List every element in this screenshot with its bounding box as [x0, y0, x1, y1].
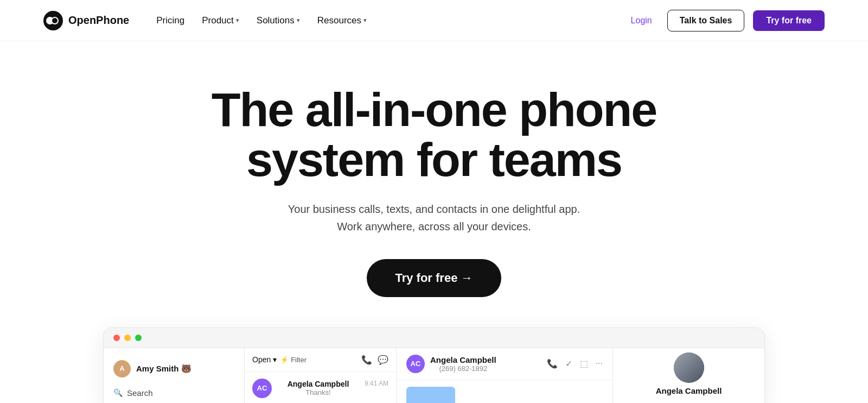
talk-to-sales-button[interactable]: Talk to Sales	[667, 10, 745, 32]
right-contact-name: Angela Campbell	[656, 386, 722, 395]
navbar: OpenPhone Pricing Product ▾ Solutions ▾ …	[0, 0, 868, 41]
chat-icon[interactable]: 💬	[378, 355, 388, 365]
check-icon[interactable]: ✓	[565, 358, 572, 369]
main-chat-header: AC Angela Campbell (269) 682-1892 📞 ✓ ⬚ …	[397, 348, 612, 380]
main-contact: AC Angela Campbell (269) 682-1892	[406, 355, 496, 373]
phone-icon[interactable]: 📞	[361, 355, 372, 365]
nav-link-pricing[interactable]: Pricing	[149, 11, 192, 30]
try-for-free-nav-button[interactable]: Try for free	[753, 10, 825, 31]
app-main-panel: AC Angela Campbell (269) 682-1892 📞 ✓ ⬚ …	[397, 348, 612, 403]
share-icon[interactable]: ⬚	[580, 358, 588, 369]
logo-icon	[43, 11, 63, 30]
nav-link-product[interactable]: Product ▾	[194, 11, 247, 30]
contact-row[interactable]: AC Angela Campbell Thanks! 9:41 AM	[245, 372, 396, 403]
chat-area	[397, 380, 612, 403]
open-filter-label[interactable]: Open ▾	[252, 355, 277, 364]
hero-subtitle: Your business calls, texts, and contacts…	[288, 200, 580, 235]
app-body: A Amy Smith 🐻 🔍 Search 🔔 Activity	[104, 348, 764, 403]
app-middle-panel: Open ▾ ⚡ Filter 📞 💬 AC	[245, 348, 397, 403]
logo[interactable]: OpenPhone	[43, 11, 129, 30]
contact-info: Angela Campbell Thanks!	[277, 380, 359, 396]
sidebar-username: Amy Smith 🐻	[136, 364, 192, 374]
window-minimize-dot[interactable]	[124, 335, 131, 341]
main-contact-info: Angela Campbell (269) 682-1892	[430, 355, 496, 373]
hero-section: The all-in-one phone system for teams Yo…	[0, 41, 868, 403]
search-icon: 🔍	[113, 388, 123, 397]
middle-icons: 📞 💬	[361, 355, 388, 365]
sidebar-item-activity[interactable]: 🔔 Activity	[104, 401, 244, 403]
app-right-panel: Angela Campbell	[612, 348, 764, 403]
app-preview: A Amy Smith 🐻 🔍 Search 🔔 Activity	[103, 328, 765, 403]
main-action-buttons: 📞 ✓ ⬚ ···	[547, 358, 603, 369]
right-contact-avatar	[674, 352, 704, 383]
navbar-right: Login Talk to Sales Try for free	[624, 10, 825, 32]
sidebar-user: A Amy Smith 🐻	[104, 357, 244, 385]
app-sidebar: A Amy Smith 🐻 🔍 Search 🔔 Activity	[104, 348, 245, 403]
nav-link-resources[interactable]: Resources ▾	[310, 11, 374, 30]
login-button[interactable]: Login	[624, 11, 659, 30]
nav-link-solutions[interactable]: Solutions ▾	[249, 11, 308, 30]
chevron-down-icon: ▾	[297, 17, 300, 24]
call-action-icon[interactable]: 📞	[547, 358, 558, 369]
contact-avatar: AC	[252, 379, 272, 398]
sidebar-search[interactable]: 🔍 Search	[104, 385, 244, 401]
filter-button[interactable]: ⚡ Filter	[280, 356, 307, 364]
chevron-down-icon: ▾	[363, 17, 367, 24]
navbar-left: OpenPhone Pricing Product ▾ Solutions ▾ …	[43, 11, 374, 30]
middle-header: Open ▾ ⚡ Filter 📞 💬	[245, 348, 396, 372]
chevron-down-icon: ▾	[236, 17, 239, 24]
chat-image	[406, 387, 455, 403]
hero-title: The all-in-one phone system for teams	[212, 85, 656, 185]
nav-links: Pricing Product ▾ Solutions ▾ Resources …	[149, 11, 374, 30]
avatar: A	[113, 360, 131, 377]
main-contact-avatar: AC	[406, 355, 425, 373]
middle-header-left: Open ▾ ⚡ Filter	[252, 355, 307, 364]
logo-text: OpenPhone	[68, 14, 129, 27]
contact-time: 9:41 AM	[365, 379, 388, 387]
window-close-dot[interactable]	[113, 335, 120, 341]
hero-cta-button[interactable]: Try for free →	[367, 259, 501, 297]
window-maximize-dot[interactable]	[135, 335, 142, 341]
more-icon[interactable]: ···	[596, 358, 603, 369]
app-titlebar	[104, 328, 764, 348]
